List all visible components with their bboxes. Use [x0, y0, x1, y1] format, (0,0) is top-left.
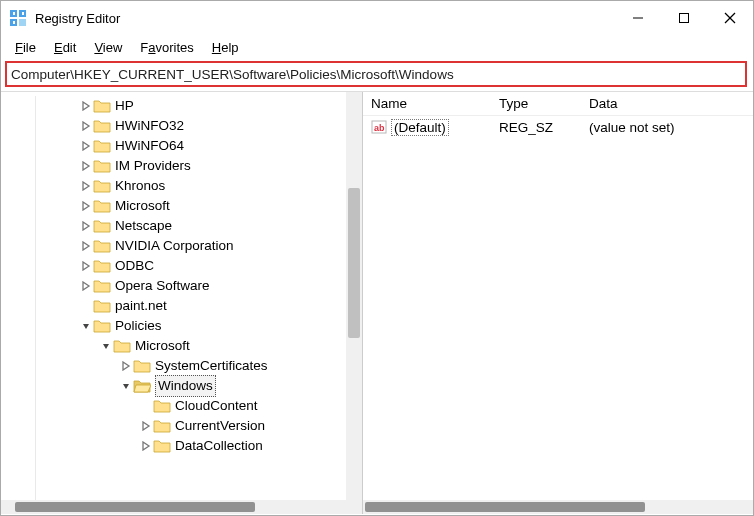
tree-vertical-scrollbar[interactable] — [346, 92, 362, 514]
menubar: File Edit View Favorites Help — [1, 35, 753, 59]
address-bar[interactable]: Computer\HKEY_CURRENT_USER\Software\Poli… — [5, 61, 747, 87]
folder-icon — [133, 378, 151, 394]
tree-item[interactable]: Policies — [1, 316, 346, 336]
folder-icon — [93, 98, 111, 114]
chevron-right-icon[interactable] — [79, 281, 93, 291]
folder-icon — [93, 138, 111, 154]
string-value-icon: ab — [371, 119, 387, 135]
folder-icon — [93, 278, 111, 294]
chevron-right-icon[interactable] — [79, 221, 93, 231]
tree-item-label: Microsoft — [135, 336, 190, 356]
folder-icon — [93, 118, 111, 134]
values-header[interactable]: Name Type Data — [363, 92, 753, 116]
value-data: (value not set) — [581, 120, 753, 135]
chevron-right-icon[interactable] — [139, 421, 153, 431]
tree-item[interactable]: CloudContent — [1, 396, 346, 416]
tree-item-label: paint.net — [115, 296, 167, 316]
folder-icon — [93, 198, 111, 214]
address-text: Computer\HKEY_CURRENT_USER\Software\Poli… — [11, 67, 454, 82]
tree-item[interactable]: CurrentVersion — [1, 416, 346, 436]
chevron-right-icon[interactable] — [139, 441, 153, 451]
tree-item-label: Windows — [155, 375, 216, 397]
tree-item[interactable]: Microsoft — [1, 336, 346, 356]
chevron-right-icon[interactable] — [79, 141, 93, 151]
tree-item-label: HWiNFO32 — [115, 116, 184, 136]
tree-item[interactable]: IM Providers — [1, 156, 346, 176]
value-name: (Default) — [391, 119, 449, 136]
tree-item-label: CloudContent — [175, 396, 258, 416]
values-horizontal-scrollbar[interactable] — [363, 500, 753, 514]
tree-item[interactable]: Windows — [1, 376, 346, 396]
tree-item[interactable]: ODBC — [1, 256, 346, 276]
chevron-right-icon[interactable] — [79, 201, 93, 211]
tree-item[interactable]: HWiNFO32 — [1, 116, 346, 136]
titlebar: Registry Editor — [1, 1, 753, 35]
tree-item-label: NVIDIA Corporation — [115, 236, 234, 256]
menu-help[interactable]: Help — [204, 38, 247, 57]
tree-item-label: Netscape — [115, 216, 172, 236]
chevron-right-icon[interactable] — [79, 181, 93, 191]
tree-item[interactable]: HP — [1, 96, 346, 116]
tree-item[interactable]: Opera Software — [1, 276, 346, 296]
tree-item-label: Policies — [115, 316, 162, 336]
tree-item[interactable]: Khronos — [1, 176, 346, 196]
value-type: REG_SZ — [491, 120, 581, 135]
close-button[interactable] — [707, 1, 753, 35]
tree-pane: HPHWiNFO32HWiNFO64IM ProvidersKhronosMic… — [1, 92, 363, 514]
folder-icon — [93, 298, 111, 314]
tree-item-label: ODBC — [115, 256, 154, 276]
tree-item[interactable]: Netscape — [1, 216, 346, 236]
chevron-down-icon[interactable] — [79, 321, 93, 331]
folder-icon — [133, 358, 151, 374]
header-type[interactable]: Type — [491, 96, 581, 111]
values-pane: Name Type Data ab(Default)REG_SZ(value n… — [363, 92, 753, 514]
tree-item-label: DataCollection — [175, 436, 263, 456]
tree-item[interactable]: SystemCertificates — [1, 356, 346, 376]
folder-icon — [93, 218, 111, 234]
svg-rect-8 — [680, 14, 689, 23]
svg-rect-5 — [22, 12, 24, 15]
tree-item-label: HWiNFO64 — [115, 136, 184, 156]
folder-icon — [113, 338, 131, 354]
window-title: Registry Editor — [35, 11, 615, 26]
chevron-right-icon[interactable] — [79, 261, 93, 271]
folder-icon — [93, 318, 111, 334]
folder-icon — [93, 158, 111, 174]
svg-rect-6 — [13, 21, 15, 24]
svg-text:ab: ab — [374, 123, 385, 133]
folder-icon — [153, 398, 171, 414]
menu-file[interactable]: File — [7, 38, 44, 57]
chevron-down-icon[interactable] — [119, 381, 133, 391]
svg-rect-3 — [19, 19, 26, 26]
chevron-right-icon[interactable] — [79, 161, 93, 171]
maximize-button[interactable] — [661, 1, 707, 35]
registry-tree[interactable]: HPHWiNFO32HWiNFO64IM ProvidersKhronosMic… — [1, 96, 346, 456]
menu-edit[interactable]: Edit — [46, 38, 84, 57]
list-row[interactable]: ab(Default)REG_SZ(value not set) — [363, 116, 753, 138]
tree-item-label: Khronos — [115, 176, 165, 196]
tree-item-label: SystemCertificates — [155, 356, 268, 376]
folder-icon — [93, 178, 111, 194]
chevron-right-icon[interactable] — [119, 361, 133, 371]
menu-favorites[interactable]: Favorites — [132, 38, 201, 57]
tree-item-label: Opera Software — [115, 276, 210, 296]
chevron-right-icon[interactable] — [79, 241, 93, 251]
tree-item[interactable]: Microsoft — [1, 196, 346, 216]
minimize-button[interactable] — [615, 1, 661, 35]
tree-item-label: IM Providers — [115, 156, 191, 176]
tree-item-label: HP — [115, 96, 134, 116]
tree-item[interactable]: paint.net — [1, 296, 346, 316]
menu-view[interactable]: View — [86, 38, 130, 57]
chevron-right-icon[interactable] — [79, 121, 93, 131]
tree-item[interactable]: NVIDIA Corporation — [1, 236, 346, 256]
chevron-down-icon[interactable] — [99, 341, 113, 351]
tree-horizontal-scrollbar[interactable] — [1, 500, 346, 514]
tree-item[interactable]: DataCollection — [1, 436, 346, 456]
chevron-right-icon[interactable] — [79, 101, 93, 111]
values-list[interactable]: ab(Default)REG_SZ(value not set) — [363, 116, 753, 138]
header-name[interactable]: Name — [363, 96, 491, 111]
folder-icon — [93, 238, 111, 254]
tree-item[interactable]: HWiNFO64 — [1, 136, 346, 156]
svg-rect-4 — [13, 12, 15, 15]
header-data[interactable]: Data — [581, 96, 753, 111]
